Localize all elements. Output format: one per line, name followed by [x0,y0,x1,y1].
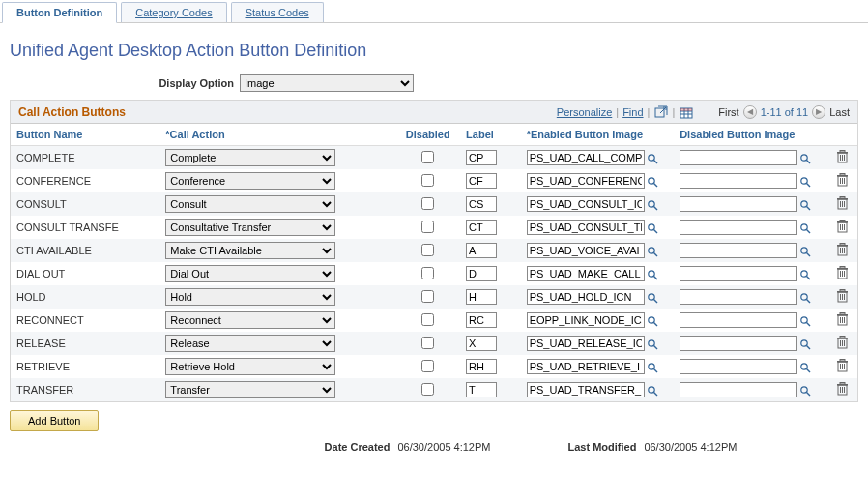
disabled-checkbox[interactable] [421,290,434,303]
personalize-link[interactable]: Personalize [557,106,612,118]
label-input[interactable] [466,289,497,305]
header-disabled[interactable]: Disabled [395,124,460,146]
tab-status-codes[interactable]: Status Codes [231,2,324,22]
tab-category-codes[interactable]: Category Codes [121,2,227,22]
enabled-image-input[interactable] [527,243,645,258]
label-input[interactable] [466,196,497,212]
delete-row-icon[interactable] [836,266,849,279]
next-arrow-icon[interactable]: ▶ [812,105,825,119]
label-input[interactable] [466,266,497,281]
disabled-image-input[interactable] [680,359,797,374]
call-action-select[interactable]: Transfer [165,381,335,398]
call-action-select[interactable]: Hold [165,288,335,306]
lookup-icon[interactable] [798,221,812,235]
call-action-select[interactable]: Make CTI Available [165,242,335,259]
lookup-icon[interactable] [798,361,812,374]
disabled-image-input[interactable] [680,150,797,165]
lookup-icon[interactable] [798,268,812,281]
delete-row-icon[interactable] [836,312,849,326]
delete-row-icon[interactable] [836,243,849,256]
label-input[interactable] [466,220,497,235]
enabled-image-input[interactable] [527,266,645,281]
delete-row-icon[interactable] [836,289,849,303]
label-input[interactable] [466,382,497,397]
label-input[interactable] [466,359,497,374]
enabled-image-input[interactable] [527,289,645,305]
call-action-select[interactable]: Release [165,335,335,352]
lookup-icon[interactable] [646,245,659,258]
lookup-icon[interactable] [646,268,659,281]
call-action-select[interactable]: Consult [165,195,335,213]
lookup-icon[interactable] [798,152,812,165]
disabled-image-input[interactable] [680,266,797,281]
delete-row-icon[interactable] [836,150,849,163]
lookup-icon[interactable] [798,245,812,258]
delete-row-icon[interactable] [836,382,849,396]
label-input[interactable] [466,150,497,165]
enabled-image-input[interactable] [527,220,645,235]
disabled-image-input[interactable] [680,336,797,351]
delete-row-icon[interactable] [836,359,849,372]
lookup-icon[interactable] [798,198,812,212]
disabled-image-input[interactable] [680,312,797,328]
disabled-checkbox[interactable] [421,267,434,279]
enabled-image-input[interactable] [527,150,645,165]
last-label[interactable]: Last [829,106,850,118]
lookup-icon[interactable] [646,384,659,397]
header-enabled-image[interactable]: *Enabled Button Image [521,124,675,146]
disabled-checkbox[interactable] [421,313,434,326]
disabled-image-input[interactable] [680,289,797,305]
lookup-icon[interactable] [798,175,812,189]
header-label[interactable]: Label [460,124,521,146]
disabled-image-input[interactable] [680,243,797,258]
enabled-image-input[interactable] [527,196,645,212]
call-action-select[interactable]: Conference [165,172,335,190]
lookup-icon[interactable] [646,152,659,165]
disabled-checkbox[interactable] [421,383,434,396]
lookup-icon[interactable] [646,314,659,328]
lookup-icon[interactable] [798,384,812,397]
delete-row-icon[interactable] [836,336,849,349]
call-action-select[interactable]: Retrieve Hold [165,358,335,375]
download-icon[interactable] [679,104,693,119]
disabled-checkbox[interactable] [421,151,434,163]
tab-button-definition[interactable]: Button Definition [2,2,117,23]
delete-row-icon[interactable] [836,196,849,210]
disabled-checkbox[interactable] [421,360,434,372]
label-input[interactable] [466,312,497,328]
disabled-checkbox[interactable] [421,244,434,256]
call-action-select[interactable]: Dial Out [165,265,335,282]
lookup-icon[interactable] [646,291,659,305]
disabled-image-input[interactable] [680,382,797,397]
disabled-checkbox[interactable] [421,174,434,187]
lookup-icon[interactable] [646,361,659,374]
lookup-icon[interactable] [798,314,812,328]
lookup-icon[interactable] [646,338,659,351]
first-label[interactable]: First [718,106,738,118]
delete-row-icon[interactable] [836,220,849,233]
enabled-image-input[interactable] [527,312,645,328]
call-action-select[interactable]: Reconnect [165,311,335,329]
label-input[interactable] [466,243,497,258]
lookup-icon[interactable] [798,338,812,351]
label-input[interactable] [466,173,497,189]
disabled-checkbox[interactable] [421,337,434,349]
header-call-action[interactable]: *Call Action [159,124,395,146]
prev-arrow-icon[interactable]: ◀ [743,105,757,119]
disabled-checkbox[interactable] [421,197,434,210]
add-button[interactable]: Add Button [10,410,99,431]
header-disabled-image[interactable]: Disabled Button Image [674,124,827,146]
zoom-icon[interactable] [653,104,668,119]
lookup-icon[interactable] [646,198,659,212]
delete-row-icon[interactable] [836,173,849,187]
disabled-image-input[interactable] [680,220,797,235]
disabled-image-input[interactable] [680,196,797,212]
enabled-image-input[interactable] [527,359,645,374]
lookup-icon[interactable] [646,221,659,235]
disabled-checkbox[interactable] [421,221,434,233]
enabled-image-input[interactable] [527,382,645,397]
find-link[interactable]: Find [622,106,643,118]
call-action-select[interactable]: Complete [165,149,335,166]
lookup-icon[interactable] [798,291,812,305]
call-action-select[interactable]: Consultative Transfer [165,219,335,236]
